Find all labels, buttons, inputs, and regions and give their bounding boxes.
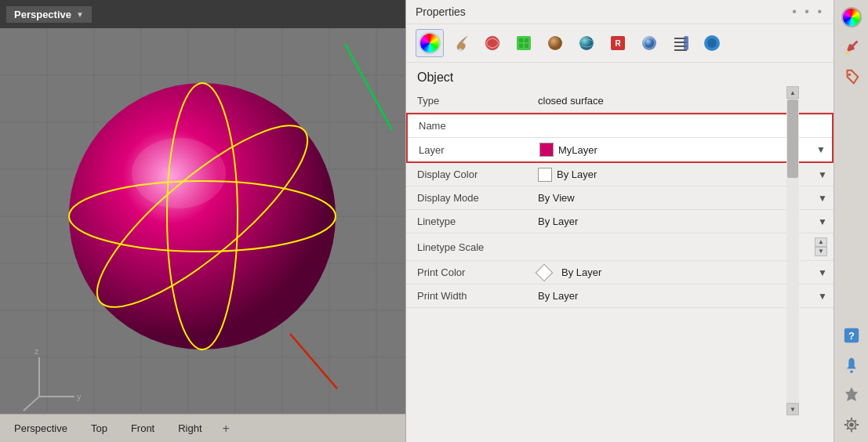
viewport-title: Perspective [14,9,71,20]
texture-svg-icon [483,34,502,53]
svg-rect-27 [517,36,531,50]
paintbrush-toolbar-icon[interactable] [447,29,475,57]
prop-label-type: Type [406,91,532,110]
options-toolbar-icon[interactable] [698,29,726,57]
colorwheel-swatch [419,32,441,54]
scroll-thumb [787,100,798,178]
display-mode-dropdown[interactable]: By View ▼ [538,192,827,204]
layer-dropdown[interactable]: MyLayer ▼ [539,143,826,157]
prop-row-type: Type closed surface [406,89,833,113]
print-width-dropdown[interactable]: By Layer ▼ [538,290,827,302]
gem-toolbar-icon[interactable] [572,29,601,57]
properties-content: Object Type closed surface Name MySphere… [406,63,833,442]
render-toolbar-icon[interactable]: R [604,29,632,57]
prop-row-linetype: Linetype By Layer ▼ [406,210,833,234]
svg-text:z: z [35,346,39,356]
layers-svg-icon [640,34,659,53]
add-viewport-tab-button[interactable]: + [215,418,238,439]
sphere-highlight [132,138,226,208]
tab-right[interactable]: Right [167,419,212,437]
tab-top[interactable]: Top [80,419,118,437]
display-color-value: By Layer [557,168,597,180]
prop-label-print-color: Print Color [406,263,532,282]
viewport-panel: Perspective ▼ [0,0,406,442]
print-width-value: By Layer [538,290,578,302]
colorwheel-toolbar-icon[interactable] [416,29,444,57]
display-color-swatch [538,168,552,182]
svg-rect-31 [525,44,528,48]
scrollbar-track: ▲ ▼ [786,86,799,415]
svg-rect-29 [525,38,528,42]
sidebar-question-icon[interactable]: ? [837,321,866,350]
viewport-perspective-btn[interactable]: Perspective ▼ [6,6,92,23]
viewport-chevron-icon: ▼ [76,10,84,19]
prop-row-print-width: Print Width By Layer ▼ [406,284,833,308]
sidebar-pin-icon[interactable] [837,381,866,409]
render-svg-icon: R [608,34,627,53]
linetype-scale-down[interactable]: ▼ [815,247,827,256]
svg-rect-25 [459,49,462,52]
svg-rect-30 [519,44,523,48]
linetype-arrow: ▼ [818,216,827,227]
svg-text:R: R [615,39,621,48]
prop-label-display-mode: Display Mode [406,188,532,208]
prop-row-name: Name MySphere [408,114,832,138]
environment-toolbar-icon[interactable] [541,29,569,57]
linetype-dropdown[interactable]: By Layer ▼ [538,216,827,227]
material-toolbar-icon[interactable] [510,29,538,57]
svg-point-33 [579,36,594,50]
svg-rect-43 [684,36,688,50]
material-svg-icon [514,34,533,53]
viewport-header: Perspective ▼ [0,0,405,28]
name-input[interactable]: MySphere [539,120,826,132]
prop-label-linetype: Linetype [406,212,532,231]
sphere-3d [69,83,336,350]
print-color-dropdown[interactable]: By Layer ▼ [538,266,827,279]
options-svg-icon [703,34,721,53]
linetype-scale-input[interactable]: 1.000 [538,241,815,253]
display-color-dropdown[interactable]: By Layer ▼ [538,168,827,182]
layer-value: MyLayer [558,144,597,156]
texture-toolbar-icon[interactable] [478,29,507,57]
linetype-scale-spinner: ▲ ▼ [815,237,827,256]
print-color-diamond-icon [536,263,554,281]
tab-perspective[interactable]: Perspective [3,419,78,437]
display-mode-value: By View [538,192,575,204]
sidebar-gear-icon[interactable] [837,411,866,439]
svg-text:?: ? [848,330,855,342]
sidebar-tag-icon[interactable] [837,63,866,91]
scroll-up-button[interactable]: ▲ [786,86,799,99]
properties-header-dots: • • • [792,5,824,19]
highlighted-group: Name MySphere Layer MyLayer ▼ [406,113,833,163]
layer-color-swatch [539,143,554,157]
properties-toolbar: R [406,24,833,63]
prop-row-display-color: Display Color By Layer ▼ [406,163,833,187]
svg-point-45 [707,38,717,48]
sidebar-bell-icon[interactable] [837,351,866,379]
svg-point-51 [849,422,854,427]
viewport-tabs: Perspective Top Front Right + [0,414,405,442]
prop-label-layer: Layer [408,140,533,160]
layers-toolbar-icon[interactable] [635,29,663,57]
tab-front[interactable]: Front [120,419,165,437]
list-svg-icon [671,34,690,53]
properties-panel: Properties • • • [406,0,833,442]
prop-label-print-width: Print Width [406,286,532,306]
sidebar-pipette-icon[interactable] [837,33,866,61]
svg-point-38 [645,38,654,48]
list-toolbar-icon[interactable] [666,29,695,57]
environment-svg-icon [546,34,565,53]
svg-point-47 [848,73,851,76]
print-color-arrow: ▼ [818,267,827,278]
prop-row-linetype-scale: Linetype Scale 1.000 ▲ ▼ [406,234,833,261]
linetype-scale-up[interactable]: ▲ [815,237,827,247]
display-color-arrow: ▼ [818,169,827,180]
section-title: Object [406,63,833,89]
gem-svg-icon [577,34,596,53]
prop-row-print-color: Print Color By Layer ▼ [406,261,833,284]
viewport-grid: z y x [0,28,405,414]
scroll-down-button[interactable]: ▼ [786,403,799,415]
svg-point-32 [548,36,562,50]
sidebar-colorwheel-icon[interactable] [837,3,866,31]
viewport-canvas[interactable]: z y x [0,28,405,414]
